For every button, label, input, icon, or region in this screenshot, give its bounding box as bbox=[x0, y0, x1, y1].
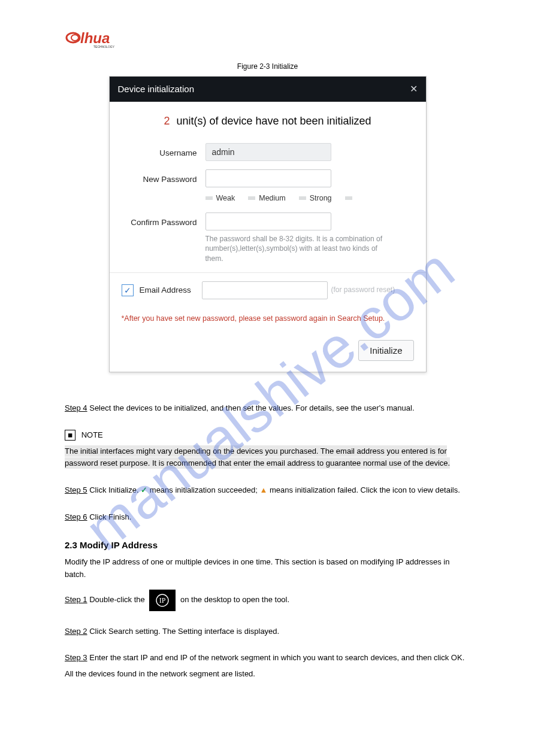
dialog-titlebar: Device initialization ✕ bbox=[110, 77, 426, 102]
new-password-label: New Password bbox=[122, 169, 205, 186]
step-text: Enter the start IP and end IP of the net… bbox=[89, 653, 464, 662]
step-label: Step 6 bbox=[65, 512, 87, 521]
username-label: Username bbox=[122, 143, 205, 160]
note-icon: ◼ bbox=[65, 430, 75, 441]
email-hint: (for password reset) bbox=[331, 284, 395, 296]
step-text-c: means initialization failed. Click the i… bbox=[270, 485, 460, 494]
password-strength: Weak Medium Strong bbox=[205, 192, 414, 204]
note-text: The initial interfaces might vary depend… bbox=[65, 445, 450, 469]
dialog-title: Device initialization bbox=[118, 82, 195, 96]
divider bbox=[110, 272, 426, 273]
confirm-password-label: Confirm Password bbox=[122, 212, 205, 229]
step-text-a: Click Initialize. bbox=[89, 485, 141, 494]
device-init-dialog: Device initialization ✕ 2 unit(s) of dev… bbox=[109, 76, 427, 372]
banner-text: unit(s) of device have not been initiali… bbox=[176, 115, 371, 127]
close-icon[interactable]: ✕ bbox=[410, 81, 418, 97]
new-password-input[interactable] bbox=[205, 169, 331, 187]
strength-bar-strong bbox=[299, 196, 306, 200]
step-text-b: on the desktop to open the tool. bbox=[180, 595, 289, 604]
svg-text:lhua: lhua bbox=[80, 30, 110, 46]
section-heading: 2.3 Modify IP Address bbox=[65, 538, 470, 552]
step-6: Step 6 Click Finish. bbox=[65, 511, 470, 524]
confirm-password-input[interactable] bbox=[205, 212, 331, 230]
strength-bar-end bbox=[345, 196, 352, 200]
section-intro: Modify the IP address of one or multiple… bbox=[65, 556, 470, 581]
step-text-a: Double-click the bbox=[89, 595, 147, 604]
modify-step-1: Step 1 Double-click the IP on the deskto… bbox=[65, 590, 470, 611]
svg-text:TECHNOLOGY: TECHNOLOGY bbox=[93, 45, 115, 48]
step-5: Step 5 Click Initialize. ✓ means initial… bbox=[65, 484, 470, 497]
strength-label-strong: Strong bbox=[310, 192, 332, 204]
step-label: Step 3 bbox=[65, 653, 87, 662]
step-text: Click Finish. bbox=[89, 512, 131, 521]
step-label: Step 1 bbox=[65, 595, 87, 604]
email-label: Email Address bbox=[140, 284, 202, 297]
uninitialized-count: 2 bbox=[164, 115, 170, 127]
svg-text:IP: IP bbox=[159, 596, 166, 605]
svg-point-1 bbox=[67, 33, 80, 42]
configtool-icon: IP bbox=[149, 590, 176, 611]
modify-step-3: Step 3 Enter the start IP and end IP of … bbox=[65, 652, 470, 681]
initialize-button[interactable]: Initialize bbox=[358, 340, 413, 361]
note-label: NOTE bbox=[81, 430, 103, 439]
strength-bar-medium bbox=[248, 196, 255, 200]
step-text-2: All the devices found in the network seg… bbox=[65, 668, 470, 681]
strength-label-medium: Medium bbox=[259, 192, 285, 204]
step-text-b: means initialization succeeded; bbox=[150, 485, 260, 494]
success-icon: ✓ bbox=[141, 484, 147, 497]
brand-logo: lhua TECHNOLOGY bbox=[65, 30, 470, 50]
password-hint: The password shall be 8-32 digits. It is… bbox=[205, 234, 397, 264]
step-label: Step 2 bbox=[65, 627, 87, 636]
step-text: Click Search setting. The Setting interf… bbox=[89, 627, 279, 636]
step-label: Step 5 bbox=[65, 485, 87, 494]
strength-bar-weak bbox=[205, 196, 213, 200]
username-input[interactable] bbox=[205, 143, 331, 161]
fail-icon: ▲ bbox=[259, 484, 267, 497]
step-4: Step 4 Select the devices to be initiali… bbox=[65, 402, 470, 415]
step-text: Select the devices to be initialized, an… bbox=[89, 403, 414, 412]
modify-step-2: Step 2 Click Search setting. The Setting… bbox=[65, 626, 470, 638]
svg-point-2 bbox=[71, 35, 78, 41]
note-block: ◼ NOTE The initial interfaces might vary… bbox=[65, 429, 470, 470]
email-checkbox[interactable]: ✓ bbox=[122, 284, 134, 296]
dialog-banner: 2 unit(s) of device have not been initia… bbox=[110, 102, 426, 143]
warning-note: *After you have set new password, please… bbox=[122, 308, 414, 335]
step-label: Step 4 bbox=[65, 403, 87, 412]
strength-label-weak: Weak bbox=[216, 192, 235, 204]
email-input[interactable] bbox=[202, 281, 328, 299]
figure-caption: Figure 2-3 Initialize bbox=[65, 61, 470, 72]
